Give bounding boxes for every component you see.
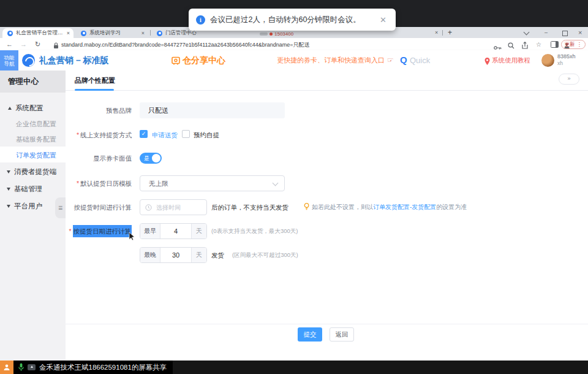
app-header: 功能 导航 礼盒营销 – 标准版 仓分享中心 更快捷的券卡、订单和快递查询入口 … [0,50,588,71]
user-name: xh [557,60,563,66]
face-value-label: 显示券卡面值 [66,153,132,164]
checkbox-self-pickup-unchecked[interactable] [182,130,190,138]
new-tab-button[interactable]: + [448,29,452,37]
earliest-prefix: 最早 [140,224,160,239]
menu-dots-icon[interactable]: ⋮ [577,40,582,48]
reload-icon[interactable]: ↻ [35,39,40,49]
update-label: 更新 [565,40,575,48]
tab-close-icon[interactable]: × [67,30,70,36]
window-maximize-button[interactable] [562,31,568,36]
time-calc-label: 按提货时间进行计算 [66,199,132,215]
quick-search-icon[interactable]: Q [400,50,407,71]
pickup-method-label: *线上支持提货方式 [66,130,132,140]
user-avatar[interactable] [541,54,554,67]
required-asterisk: * [77,131,79,139]
presale-brand-label: 预售品牌 [66,102,132,118]
checkbox-delivery-checked[interactable]: ✓ [140,130,148,138]
required-asterisk: * [77,180,79,187]
screen-share-text: 金禾通技术王斌18662591081的屏幕共享 [39,363,167,372]
expand-triangle-icon [7,170,10,174]
calendar-template-select[interactable]: 无上限 [140,175,285,191]
recording-dot-icon [270,32,273,36]
tab-title-fragment-text: 1503400 [274,31,293,37]
function-nav-button[interactable]: 功能 导航 [0,50,18,71]
toggle-knob [152,154,160,162]
expand-triangle-icon [7,188,10,191]
sidebar-group-basic-management[interactable]: 基础管理 [0,182,66,196]
tab-title: 系统培训学习 [89,29,139,37]
promo-text: 更快捷的券卡、订单和快递查询入口 [277,50,385,71]
earliest-days-input[interactable] [160,224,191,239]
sidebar-group-system-config[interactable]: 系统配置 [0,101,66,115]
date-calc-label: *按提货日期进行计算 [66,223,132,239]
app-favicon [7,31,13,36]
config-hint: 如若此处不设置，则以订单发货配置-发货配置的设置为准 [304,199,467,216]
meeting-notification-text: 会议已超过2人，自动转为60分钟限时会议。 [210,15,376,25]
quick-label[interactable]: Quick [410,50,430,71]
time-picker-input[interactable] [155,204,200,212]
tab-title-fragment [260,32,268,36]
share-center-link[interactable]: 仓分享中心 [183,50,225,71]
browser-tab-1[interactable]: 礼盒营销平台管理中心 × [2,28,74,38]
latest-days-input-group: 最晚 天 [140,247,207,263]
tab-search-chevron-icon[interactable] [524,29,530,36]
time-picker[interactable] [140,199,207,215]
clock-icon [145,204,152,211]
window-close-button[interactable]: × [578,29,582,36]
location-pin-icon [484,56,490,67]
main-content: 品牌个性配置 » 预售品牌 *线上支持提货方式 ✓ 申请送货 预约自提 显示券卡… [66,71,588,361]
tab-close-icon[interactable]: × [435,29,438,36]
tab-separator [150,30,151,36]
earliest-days-input-group: 最早 天 [140,223,207,239]
side-panel-icon[interactable] [551,41,559,48]
tutorial-link[interactable]: 系统使用教程 [492,50,530,71]
forward-icon[interactable]: → [20,39,27,49]
required-asterisk: * [69,227,71,235]
sidebar-group-consumer-pickup[interactable]: 消费者提货端 [0,165,66,178]
checkbox-self-pickup-label[interactable]: 预约自提 [194,130,219,140]
collapse-triangle-icon [8,107,12,110]
tab-brand-personality-config[interactable]: 品牌个性配置 [75,76,115,85]
sidebar: 管理中心 系统配置 企业信息配置 基础服务配置 订单发货配置 消费者提货端 基础… [0,71,66,361]
submit-button[interactable]: 提交 [298,327,322,342]
app-favicon [81,31,86,36]
window-minimize-button[interactable]: – [545,29,548,36]
mouse-cursor-icon [129,232,135,243]
sidebar-item-order-shipping-active[interactable]: 订单发货配置 [0,147,66,162]
sidebar-item-basic-service[interactable]: 基础服务配置 [16,132,56,146]
sidebar-item-enterprise-info[interactable]: 企业信息配置 [16,117,56,131]
content-tab-bar: 品牌个性配置 » [66,71,588,91]
earliest-unit: 天 [191,224,206,239]
url-text[interactable]: standard.maboy.cn/EditBand?brandcode=844… [61,41,309,49]
back-icon[interactable]: ← [6,39,13,49]
presale-brand-input[interactable] [140,102,285,118]
bulb-icon [304,200,309,216]
tab-close-icon[interactable]: × [141,30,145,36]
banner-close-icon[interactable]: ✕ [380,15,388,25]
latest-note: (区间最大不可超过300天) [232,247,298,263]
browser-tab-2[interactable]: 系统培训学习 × [76,28,148,38]
calendar-template-label: *默认提货日历模板 [66,175,132,191]
earliest-note: (0表示支持当天发货，最大300天) [211,223,298,239]
browser-update-button[interactable]: 更新 ⋮ [561,40,586,49]
app-favicon [157,31,162,36]
back-button[interactable]: 返回 [330,327,354,342]
meeting-notification-banner: i 会议已超过2人，自动转为60分钟限时会议。 ✕ [189,9,396,31]
bookmark-star-icon[interactable]: ☆ [536,40,541,50]
date-calc-label-selected: 按提货日期进行计算 [73,225,132,237]
config-hint-link[interactable]: 订单发货配置-发货配置 [373,204,436,210]
sidebar-title: 管理中心 [0,71,66,93]
screen-share-bar: 金禾通技术王斌18662591081的屏幕共享 [0,361,588,374]
screen: 礼盒营销平台管理中心 × 系统培训学习 × 门店管理中心 1503400 × +… [0,0,588,374]
face-value-toggle-on[interactable]: 是 [140,153,162,164]
sidebar-collapse-handle[interactable]: ☰ [55,197,66,218]
participant-icon [0,361,13,374]
collapse-panel-button[interactable]: » [559,74,579,85]
browser-url-bar: ← → ↻ standard.maboy.cn/EditBand?brandco… [0,38,588,51]
tab-separator [442,30,443,36]
app-logo-icon [22,54,35,67]
footer-divider [66,324,588,324]
partially-hidden-tab[interactable]: 1503400 [260,31,293,37]
latest-days-input[interactable] [160,248,191,262]
checkbox-delivery-label[interactable]: 申请送货 [152,130,178,140]
